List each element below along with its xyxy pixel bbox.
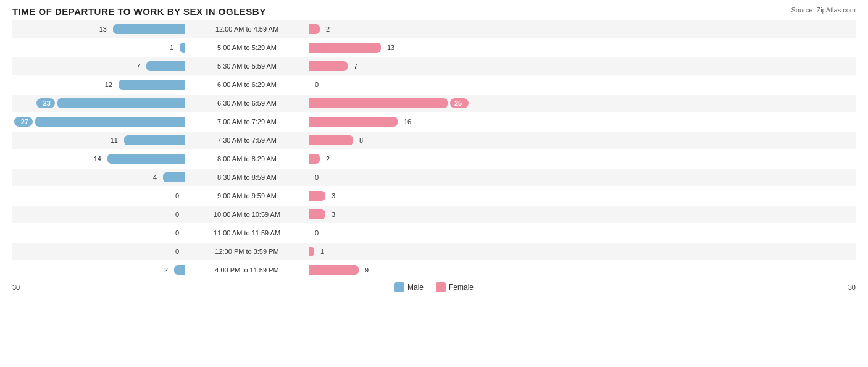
chart-area: 13 12:00 AM to 4:59 AM 2 1 5:00 AM to 5:… — [12, 20, 856, 279]
female-value: 7 — [350, 62, 381, 70]
time-label: 6:30 AM to 6:59 AM — [185, 99, 309, 107]
male-value: 11 — [91, 137, 122, 144]
right-bar-area: 0 — [309, 228, 482, 238]
female-value: 0 — [311, 81, 342, 88]
legend-female-label: Female — [449, 283, 474, 292]
right-bar-area: 9 — [309, 265, 482, 275]
left-bar-area: 13 — [12, 24, 185, 34]
male-bar — [146, 61, 185, 71]
legend: Male Female — [394, 282, 474, 292]
female-value: 13 — [383, 44, 414, 51]
chart-row: 12 6:00 AM to 6:29 AM 0 — [12, 76, 856, 93]
female-value: 25 — [450, 98, 469, 108]
bottom-row: 30 Male Female 30 — [12, 282, 856, 292]
chart-row: 7 5:30 AM to 5:59 AM 7 — [12, 57, 856, 75]
male-value: 27 — [14, 117, 33, 127]
right-bar-area: 7 — [309, 61, 482, 71]
male-bar — [35, 117, 185, 127]
legend-male-label: Male — [407, 283, 424, 292]
left-bar-area: 23 — [12, 98, 185, 108]
male-bar — [113, 24, 185, 34]
female-bar — [309, 117, 398, 127]
female-value: 2 — [322, 25, 353, 33]
chart-row: 0 10:00 AM to 10:59 AM 3 — [12, 206, 856, 223]
right-bar-area: 3 — [309, 191, 482, 201]
female-value: 3 — [328, 192, 359, 200]
right-bar-area: 2 — [309, 24, 482, 34]
left-bar-area: 11 — [12, 135, 185, 145]
time-label: 6:00 AM to 6:29 AM — [185, 81, 309, 88]
chart-row: 27 7:00 AM to 7:29 AM 16 — [12, 113, 856, 130]
chart-row: 2 4:00 PM to 11:59 PM 9 — [12, 261, 856, 279]
time-label: 5:00 AM to 5:29 AM — [185, 44, 309, 51]
male-bar — [119, 80, 185, 90]
left-bar-area: 2 — [12, 265, 185, 275]
chart-row: 0 12:00 PM to 3:59 PM 1 — [12, 243, 856, 260]
right-bar-area: 8 — [309, 135, 482, 145]
chart-row: 0 9:00 AM to 9:59 AM 3 — [12, 187, 856, 205]
chart-row: 4 8:30 AM to 8:59 AM 0 — [12, 169, 856, 186]
female-bar — [309, 191, 325, 201]
time-label: 10:00 AM to 10:59 AM — [185, 211, 309, 218]
female-bar — [309, 135, 353, 145]
female-value: 16 — [400, 118, 431, 125]
male-value: 0 — [152, 248, 183, 255]
chart-row: 11 7:30 AM to 7:59 AM 8 — [12, 132, 856, 149]
right-bar-area: 2 — [309, 154, 482, 164]
chart-title: TIME OF DEPARTURE TO WORK BY SEX IN OGLE… — [12, 6, 266, 17]
female-bar — [309, 209, 325, 219]
axis-min: 30 — [12, 284, 20, 291]
male-bar — [180, 43, 185, 53]
left-bar-area: 0 — [12, 247, 185, 256]
chart-row: 23 6:30 AM to 6:59 AM 25 — [12, 95, 856, 112]
legend-male: Male — [394, 282, 424, 292]
chart-row: 0 11:00 AM to 11:59 AM 0 — [12, 224, 856, 242]
left-bar-area: 0 — [12, 228, 185, 238]
time-label: 11:00 AM to 11:59 AM — [185, 229, 309, 237]
male-value: 1 — [146, 44, 177, 51]
left-bar-area: 27 — [12, 117, 185, 127]
axis-max: 30 — [848, 284, 856, 291]
time-label: 8:00 AM to 8:29 AM — [185, 155, 309, 162]
time-label: 5:30 AM to 5:59 AM — [185, 62, 309, 70]
left-bar-area: 0 — [12, 191, 185, 201]
male-bar — [174, 265, 185, 275]
male-value: 0 — [152, 192, 183, 200]
female-bar — [309, 43, 381, 53]
right-bar-area: 3 — [309, 209, 482, 219]
male-value: 14 — [74, 155, 105, 162]
legend-female-box — [436, 282, 446, 292]
left-bar-area: 12 — [12, 80, 185, 90]
male-value: 4 — [130, 174, 161, 181]
time-label: 9:00 AM to 9:59 AM — [185, 192, 309, 200]
right-bar-area: 25 — [309, 98, 482, 108]
male-value: 12 — [85, 81, 116, 88]
time-label: 12:00 PM to 3:59 PM — [185, 248, 309, 255]
male-value: 0 — [152, 229, 183, 237]
chart-row: 14 8:00 AM to 8:29 AM 2 — [12, 150, 856, 167]
time-label: 7:30 AM to 7:59 AM — [185, 137, 309, 144]
female-value: 0 — [311, 229, 342, 237]
female-value: 9 — [361, 266, 392, 274]
right-bar-area: 13 — [309, 43, 482, 53]
male-value: 7 — [113, 62, 144, 70]
right-bar-area: 16 — [309, 117, 482, 127]
female-value: 0 — [311, 174, 342, 181]
legend-male-box — [394, 282, 404, 292]
male-value: 13 — [80, 25, 111, 33]
female-bar — [309, 154, 320, 164]
left-bar-area: 7 — [12, 61, 185, 71]
time-label: 4:00 PM to 11:59 PM — [185, 266, 309, 274]
title-row: TIME OF DEPARTURE TO WORK BY SEX IN OGLE… — [12, 6, 856, 17]
left-bar-area: 4 — [12, 172, 185, 182]
male-bar — [57, 98, 185, 108]
male-value: 0 — [152, 211, 183, 218]
source-text: Source: ZipAtlas.com — [791, 6, 856, 14]
right-bar-area: 0 — [309, 172, 482, 182]
time-label: 8:30 AM to 8:59 AM — [185, 174, 309, 181]
female-value: 1 — [317, 248, 348, 255]
male-bar — [124, 135, 185, 145]
female-bar — [309, 247, 314, 256]
female-value: 8 — [356, 137, 386, 144]
left-bar-area: 14 — [12, 154, 185, 164]
